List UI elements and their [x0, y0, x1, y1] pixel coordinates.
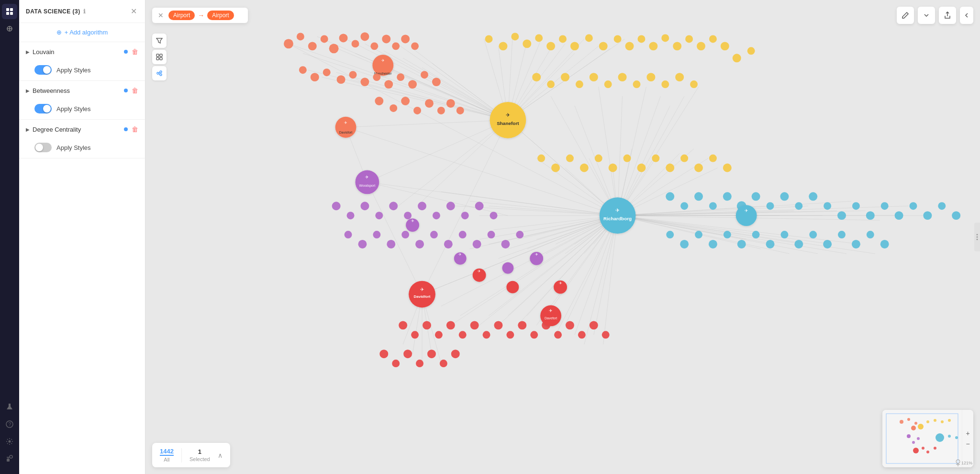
svg-point-371 [934, 447, 936, 450]
svg-rect-14 [156, 57, 159, 60]
svg-point-340 [416, 360, 423, 367]
svg-point-221 [675, 73, 684, 81]
svg-point-239 [355, 170, 379, 194]
svg-point-195 [535, 34, 543, 42]
layout-tool-button[interactable] [152, 50, 167, 64]
svg-point-327 [494, 321, 502, 329]
apply-styles-toggle-louvain[interactable] [34, 65, 52, 75]
svg-point-281 [723, 192, 732, 201]
red-cluster: ✈ Davidfort [379, 269, 609, 367]
svg-point-230 [637, 164, 646, 172]
svg-point-9 [9, 440, 11, 443]
svg-point-180 [375, 97, 383, 105]
apply-styles-row-louvain: Apply Styles [19, 61, 145, 80]
svg-point-153 [329, 44, 339, 53]
svg-line-105 [489, 206, 618, 215]
sidebar-icon-plugin[interactable] [2, 451, 17, 466]
breadcrumb-chip-2[interactable]: Airport [207, 11, 234, 20]
svg-point-191 [485, 35, 493, 43]
all-count-label: All [164, 457, 169, 463]
svg-point-227 [595, 155, 602, 162]
algorithm-louvain-header[interactable]: ▶ Louvain 🗑 [19, 42, 145, 61]
svg-text:✈: ✈ [344, 121, 347, 125]
algorithm-betweenness-header[interactable]: ▶ Betweenness 🗑 [19, 81, 145, 100]
sidebar-icon-beaker[interactable] [2, 399, 17, 415]
breadcrumb-chip-1[interactable]: Airport [168, 11, 195, 20]
svg-point-368 [913, 448, 919, 453]
svg-point-277 [666, 192, 674, 201]
svg-point-334 [578, 331, 586, 339]
svg-rect-0 [6, 8, 9, 11]
svg-line-22 [303, 53, 508, 120]
svg-text:Richardborg: Richardborg [603, 216, 632, 221]
svg-point-346 [506, 281, 519, 293]
svg-point-205 [661, 34, 669, 42]
svg-point-324 [459, 331, 467, 339]
selected-count-value: 1 [198, 448, 201, 455]
svg-line-122 [422, 215, 618, 294]
close-button[interactable]: ✕ [129, 7, 138, 16]
sidebar-icon-settings[interactable] [2, 434, 17, 449]
orange-cluster: ✈ Manchester ✈ Davisfort [284, 32, 464, 137]
svg-point-252 [475, 202, 484, 210]
algorithm-betweenness-section: ▶ Betweenness 🗑 Apply Styles [19, 81, 145, 120]
svg-point-335 [590, 321, 598, 329]
expand-button[interactable]: ∧ [218, 451, 223, 459]
apply-styles-toggle-degree[interactable] [34, 143, 52, 152]
svg-point-223 [537, 155, 545, 162]
top-bar: ✕ Airport → Airport [152, 7, 973, 24]
sidebar-icon-grid[interactable] [2, 4, 17, 19]
zoom-in-button[interactable]: + [963, 429, 973, 438]
svg-point-341 [427, 350, 436, 358]
collapse-button[interactable] [960, 7, 973, 24]
svg-point-165 [299, 66, 307, 74]
svg-point-356 [911, 426, 916, 430]
apply-styles-toggle-betweenness[interactable] [34, 104, 52, 113]
svg-line-97 [367, 120, 508, 182]
svg-point-201 [614, 35, 622, 43]
svg-text:✈: ✈ [745, 208, 748, 213]
share-button[interactable] [939, 7, 956, 24]
delete-button[interactable]: 🗑 [132, 87, 138, 94]
svg-point-232 [666, 164, 674, 172]
svg-point-377 [977, 237, 978, 238]
chevron-down-button[interactable] [918, 7, 935, 24]
svg-point-355 [914, 422, 917, 425]
svg-point-18 [160, 74, 162, 76]
info-icon[interactable]: ℹ [83, 8, 86, 15]
svg-point-290 [852, 202, 860, 210]
svg-point-300 [666, 231, 674, 238]
link-tool-button[interactable] [152, 66, 167, 80]
svg-point-202 [625, 42, 634, 50]
graph-visualization[interactable]: ✈ Manchester ✈ Davisfort [145, 0, 980, 474]
delete-button[interactable]: 🗑 [132, 125, 138, 133]
edit-button[interactable] [897, 7, 914, 24]
svg-point-308 [780, 231, 788, 238]
svg-point-364 [917, 437, 920, 440]
svg-point-370 [926, 451, 929, 453]
svg-point-157 [370, 42, 378, 50]
algorithm-degree-header[interactable]: ▶ Degree Centrality 🗑 [19, 120, 145, 139]
svg-point-253 [490, 212, 498, 219]
delete-button[interactable]: 🗑 [132, 48, 138, 56]
svg-point-302 [695, 231, 702, 238]
svg-point-231 [652, 155, 659, 162]
filter-tool-button[interactable] [152, 34, 167, 48]
svg-rect-10 [7, 459, 10, 462]
zoom-out-button[interactable]: − [963, 439, 973, 449]
svg-point-337 [379, 350, 388, 358]
svg-point-171 [373, 73, 380, 81]
add-algorithm-button[interactable]: ⊕ + Add algorithm [19, 23, 145, 42]
svg-point-279 [694, 192, 703, 201]
svg-line-131 [527, 215, 617, 316]
svg-point-192 [499, 42, 507, 50]
breadcrumb-close-button[interactable]: ✕ [158, 11, 164, 19]
svg-line-136 [575, 215, 618, 335]
svg-text:✈: ✈ [411, 219, 414, 223]
right-panel-toggle[interactable] [974, 223, 980, 251]
svg-point-249 [433, 212, 440, 219]
svg-rect-13 [160, 54, 162, 56]
sidebar-icon-science[interactable] [2, 21, 17, 36]
sidebar-icon-question[interactable]: ? [2, 417, 17, 432]
svg-point-353 [900, 420, 903, 424]
